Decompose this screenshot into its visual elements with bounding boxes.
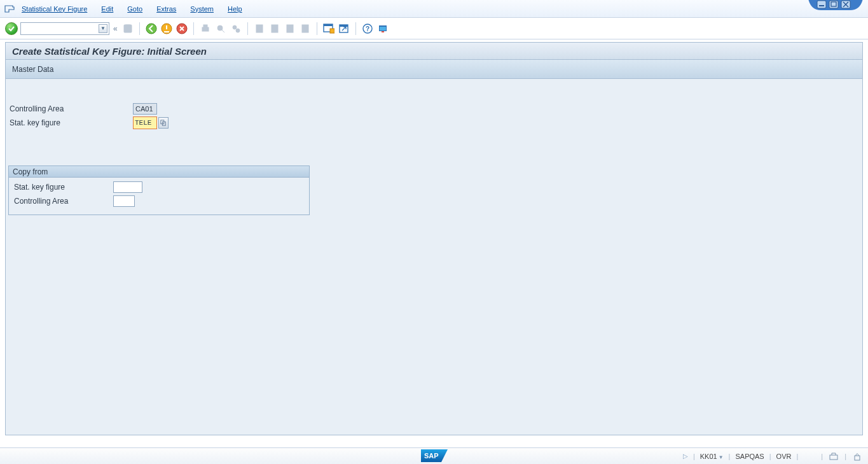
controlling-area-value: CA01 — [133, 103, 157, 115]
f4-help-button[interactable] — [158, 117, 169, 129]
status-insert-mode: OVR — [776, 453, 792, 460]
copy-controlling-area-label: Controlling Area — [13, 197, 113, 206]
menu-system[interactable]: System — [190, 5, 214, 13]
work-area: Controlling Area CA01 Stat. key figure C… — [5, 79, 863, 435]
first-page-button — [253, 22, 266, 35]
chevron-down-icon[interactable]: ▼ — [99, 24, 107, 33]
menu-goto[interactable]: Goto — [127, 5, 142, 13]
svg-point-14 — [217, 25, 223, 31]
window-controls — [808, 0, 863, 13]
back-button[interactable] — [145, 22, 158, 35]
menu-bar: Statistical Key Figure Edit Goto Extras … — [0, 0, 868, 18]
svg-rect-36 — [855, 456, 860, 460]
master-data-button[interactable]: Master Data — [12, 65, 53, 74]
command-menu-icon[interactable] — [4, 3, 15, 15]
svg-rect-24 — [330, 29, 334, 33]
last-page-button — [299, 22, 312, 35]
svg-text:SAP: SAP — [424, 452, 439, 460]
print-button — [199, 22, 212, 35]
application-toolbar: Master Data — [5, 60, 863, 79]
sap-logo: SAP — [421, 449, 448, 463]
svg-line-15 — [222, 30, 224, 32]
status-tcode[interactable]: KK01▼ — [700, 453, 724, 460]
collapse-icon[interactable]: « — [112, 24, 119, 33]
copy-stat-key-figure-label: Stat. key figure — [13, 183, 113, 192]
copy-stat-key-figure-input[interactable] — [113, 181, 142, 193]
help-button[interactable]: ? — [361, 22, 374, 35]
generate-shortcut-button[interactable] — [338, 22, 350, 35]
status-tray-icon[interactable] — [828, 452, 839, 461]
copy-from-title: Copy from — [9, 166, 309, 178]
stat-key-figure-row: Stat. key figure — [8, 116, 860, 130]
controlling-area-label: Controlling Area — [8, 104, 133, 113]
next-page-button — [284, 22, 296, 35]
svg-text:?: ? — [366, 25, 369, 32]
screen-title-bar: Create Statistical Key Figure: Initial S… — [5, 42, 863, 60]
svg-point-16 — [233, 25, 237, 29]
save-button — [121, 22, 134, 35]
cancel-button[interactable] — [176, 22, 188, 35]
svg-rect-30 — [380, 27, 386, 31]
stat-key-figure-label: Stat. key figure — [8, 118, 133, 127]
copy-controlling-area-input[interactable] — [113, 195, 135, 207]
menu-statistical-key-figure[interactable]: Statistical Key Figure — [22, 5, 87, 13]
find-button — [214, 22, 227, 35]
svg-rect-23 — [324, 24, 333, 26]
menu-extras[interactable]: Extras — [156, 5, 176, 13]
maximize-icon — [829, 1, 838, 8]
new-session-button[interactable] — [322, 22, 335, 35]
status-system: SAPQAS — [735, 453, 764, 460]
status-bar: SAP ▷ | KK01▼ | SAPQAS | OVR | | | — [0, 447, 868, 464]
screen-title: Create Statistical Key Figure: Initial S… — [12, 46, 207, 57]
stat-key-figure-input[interactable] — [133, 116, 157, 129]
controlling-area-row: Controlling Area CA01 — [8, 102, 860, 116]
command-field[interactable]: ▼ — [20, 22, 109, 35]
close-icon — [841, 1, 850, 8]
svg-rect-35 — [830, 455, 837, 460]
svg-point-17 — [236, 29, 240, 32]
customize-layout-button[interactable] — [376, 22, 389, 35]
svg-rect-31 — [382, 31, 384, 32]
svg-rect-12 — [202, 27, 209, 31]
find-next-button — [230, 22, 242, 35]
svg-rect-13 — [203, 25, 207, 27]
prev-page-button — [268, 22, 281, 35]
standard-toolbar: ▼ « ? — [0, 18, 868, 39]
menu-edit[interactable]: Edit — [101, 5, 113, 13]
message-expand-icon[interactable]: ▷ — [683, 453, 688, 460]
svg-rect-0 — [817, 1, 826, 8]
svg-point-9 — [146, 24, 156, 34]
exit-button[interactable] — [160, 22, 173, 35]
svg-rect-8 — [126, 25, 130, 27]
menu-help[interactable]: Help — [228, 5, 242, 13]
minimize-icon — [817, 1, 826, 8]
status-lock-icon[interactable] — [851, 452, 863, 461]
content-outer: Create Statistical Key Figure: Initial S… — [0, 39, 868, 435]
copy-from-group: Copy from Stat. key figure Controlling A… — [8, 165, 310, 215]
enter-button[interactable] — [5, 22, 18, 35]
